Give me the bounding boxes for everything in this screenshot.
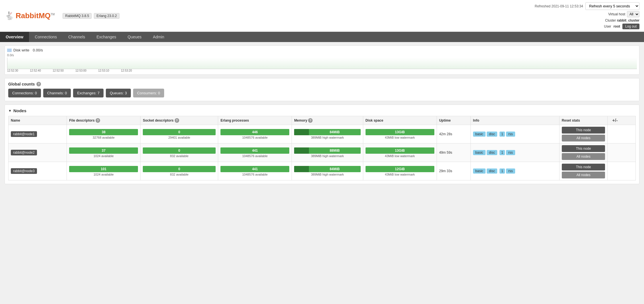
- badge-disc-2: disc: [487, 168, 497, 174]
- nav-item-channels[interactable]: Channels: [63, 32, 91, 42]
- disk-bar-value-1: 13GiB: [366, 147, 434, 154]
- col-name-label: Name: [11, 118, 20, 122]
- col-reset-stats: Reset stats: [559, 116, 608, 125]
- badge-basic-1: basic: [473, 150, 486, 155]
- reset-stats-cell-2: This node All nodes: [559, 162, 608, 180]
- memory-bar-2: 84MiB 389MiB high watermark: [294, 166, 361, 176]
- reset-stats-cell-1: This node All nodes: [559, 143, 608, 162]
- memory-bar-label-1: 88MiB: [309, 149, 361, 153]
- count-consumers[interactable]: Consumers: 0: [133, 89, 164, 97]
- all-nodes-button-2[interactable]: All nodes: [562, 172, 605, 178]
- chart-x-label-4: 12:53:10: [98, 69, 121, 72]
- socket-desc-help-icon[interactable]: ?: [175, 118, 179, 123]
- chart-x-labels: 12:52:30 12:52:40 12:52:50 12:53:00 12:5…: [7, 69, 637, 72]
- vhost-select[interactable]: All: [627, 11, 639, 17]
- nav-item-exchanges[interactable]: Exchanges: [91, 32, 122, 42]
- all-nodes-button-0[interactable]: All nodes: [562, 135, 605, 141]
- plus-minus-icon[interactable]: +/-: [610, 117, 620, 124]
- action-buttons-1: This node All nodes: [562, 145, 605, 160]
- badge-rss-2: rss: [506, 168, 515, 174]
- disk-sub-1: 43MiB low watermark: [366, 154, 434, 158]
- badge-disc-0: disc: [487, 132, 497, 137]
- col-socket-desc-label: Socket descriptors: [143, 118, 174, 122]
- this-node-button-2[interactable]: This node: [562, 164, 605, 170]
- logout-button[interactable]: Log out: [622, 24, 639, 29]
- file-desc-avail-1: 1024 available: [69, 154, 138, 158]
- node-name-cell-0: rabbit@node1: [9, 125, 67, 143]
- erlang-proc-bar-0: 446 1048576 available: [220, 129, 289, 139]
- info-cell-0: basic disc 1 rss: [470, 125, 559, 143]
- node-name-badge-2[interactable]: rabbit@node3: [11, 168, 37, 174]
- table-row: rabbit@node3 101 1024 available 0 832 av…: [9, 162, 636, 180]
- memory-bar-1: 88MiB 389MiB high watermark: [294, 147, 361, 158]
- info-badges-1: basic disc 1 rss: [473, 150, 557, 155]
- erlang-proc-bar-2: 441 1048576 available: [220, 166, 289, 176]
- table-header-row: Name File descriptors ? Socket descripto…: [9, 116, 636, 125]
- disk-cell-1: 13GiB 43MiB low watermark: [363, 143, 437, 162]
- nav-item-overview[interactable]: Overview: [0, 32, 29, 42]
- col-memory-label: Memory: [294, 118, 307, 122]
- file-desc-help-icon[interactable]: ?: [96, 118, 100, 123]
- info-badges-0: basic disc 1 rss: [473, 132, 557, 137]
- node-name-badge-0[interactable]: rabbit@node1: [11, 131, 37, 137]
- memory-bar-0: 84MiB 389MiB high watermark: [294, 129, 361, 139]
- nav-item-queues[interactable]: Queues: [122, 32, 147, 42]
- collapse-icon[interactable]: ▼: [8, 109, 12, 113]
- node-name-badge-1[interactable]: rabbit@node2: [11, 150, 37, 155]
- file-desc-bar-value-1: 37: [69, 147, 138, 154]
- global-counts-title: Global counts ?: [8, 82, 636, 86]
- socket-desc-bar-2: 0 832 available: [143, 166, 216, 176]
- all-nodes-button-1[interactable]: All nodes: [562, 153, 605, 160]
- table-row: rabbit@node2 37 1024 available 0 832 ava…: [9, 143, 636, 162]
- erlang-proc-avail-2: 1048576 available: [220, 173, 289, 176]
- file-desc-cell-1: 37 1024 available: [67, 143, 141, 162]
- uptime-cell-0: 42m 28s: [437, 125, 470, 143]
- header-right: Refreshed 2021-09-11 12:53:34 Refresh ev…: [535, 2, 639, 29]
- col-reset-stats-label: Reset stats: [562, 118, 580, 122]
- chart-x-label-1: 12:52:40: [30, 69, 53, 72]
- erlang-proc-bar-value-2: 441: [220, 166, 289, 172]
- main-nav: Overview Connections Channels Exchanges …: [0, 32, 644, 42]
- chart-x-label-2: 12:52:50: [53, 69, 75, 72]
- disk-write-legend-color: [7, 49, 12, 52]
- reset-stats-cell-0: This node All nodes: [559, 125, 608, 143]
- chart-area: 0.0/s: [7, 53, 637, 69]
- this-node-button-1[interactable]: This node: [562, 145, 605, 152]
- count-channels[interactable]: Channels: 0: [43, 89, 71, 97]
- erlang-proc-bar-value-1: 441: [220, 147, 289, 154]
- disk-bar-2: 12GiB 43MiB low watermark: [366, 166, 434, 176]
- uptime-cell-2: 29m 33s: [437, 162, 470, 180]
- nav-item-connections[interactable]: Connections: [29, 32, 63, 42]
- disk-write-legend: Disk write: [7, 48, 29, 52]
- disk-bar-1: 13GiB 43MiB low watermark: [366, 147, 434, 158]
- badge-rss-1: rss: [506, 150, 515, 155]
- badge-num-1: 1: [499, 150, 505, 155]
- cluster-row: Cluster rabbit_cluster: [605, 18, 639, 22]
- file-desc-bar-2: 101 1024 available: [69, 166, 138, 176]
- nav-item-admin[interactable]: Admin: [147, 32, 170, 42]
- chart-x-label-3: 12:53:00: [75, 69, 98, 72]
- socket-desc-cell-1: 0 832 available: [141, 143, 218, 162]
- file-desc-bar-value-0: 38: [69, 129, 138, 135]
- global-counts-help-icon[interactable]: ?: [36, 82, 41, 86]
- memory-bar-visual-0: 84MiB: [294, 129, 361, 135]
- count-queues[interactable]: Queues: 3: [106, 89, 131, 97]
- action-buttons-0: This node All nodes: [562, 127, 605, 141]
- erlang-proc-cell-0: 446 1048576 available: [218, 125, 292, 143]
- chart-y-label: 0.0/s: [7, 53, 14, 57]
- erlang-proc-bar-value-0: 446: [220, 129, 289, 135]
- this-node-button-0[interactable]: This node: [562, 127, 605, 134]
- refresh-select[interactable]: Refresh every 5 seconds Refresh every 10…: [585, 2, 639, 10]
- memory-bar-label-0: 84MiB: [309, 130, 361, 134]
- socket-desc-bar-value-0: 0: [143, 129, 216, 135]
- count-connections[interactable]: Connections: 0: [8, 89, 41, 97]
- memory-help-icon[interactable]: ?: [308, 118, 313, 123]
- count-exchanges[interactable]: Exchanges: 7: [73, 89, 104, 97]
- uptime-value-2: 29m 33s: [439, 169, 452, 173]
- badge-rss-0: rss: [506, 132, 515, 137]
- cluster-value: rabbit_cluster: [617, 18, 639, 22]
- disk-cell-0: 13GiB 43MiB low watermark: [363, 125, 437, 143]
- erlang-proc-bar-1: 441 1048576 available: [220, 147, 289, 158]
- erlang-proc-avail-1: 1048576 available: [220, 154, 289, 158]
- uptime-cell-1: 49m 59s: [437, 143, 470, 162]
